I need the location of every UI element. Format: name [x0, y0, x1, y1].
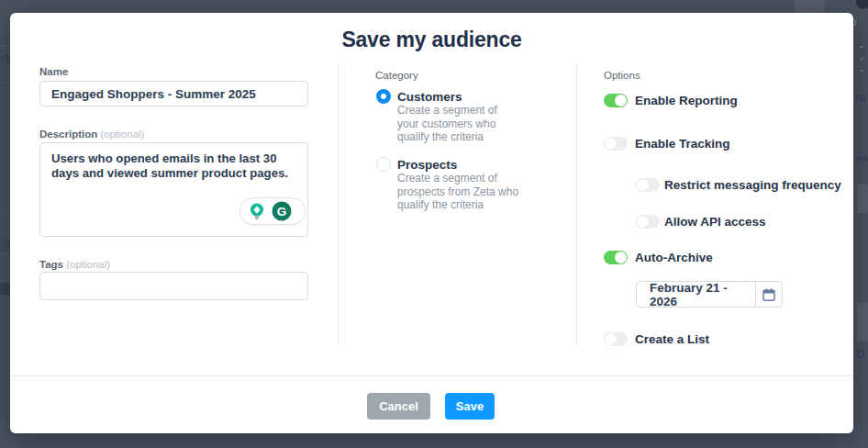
toggle-enable-tracking[interactable]: [604, 137, 628, 151]
bg-toolbar-block: [795, 0, 825, 13]
bg-row-band: [0, 283, 10, 295]
radio-prospects-description: Create a segment of prospects from Zeta …: [397, 172, 521, 212]
radio-customers[interactable]: [376, 89, 391, 104]
tags-optional-hint: (optional): [66, 259, 110, 270]
save-button[interactable]: Save: [445, 393, 495, 420]
screen: equ pro - - - ors nic - D Save my audien…: [0, 0, 868, 448]
lightbulb-icon[interactable]: [247, 201, 267, 221]
toggle-enable-reporting-label: Enable Reporting: [635, 94, 738, 107]
toggle-allow-api[interactable]: [636, 215, 660, 229]
toggle-create-list-label: Create a List: [635, 332, 709, 346]
bg-avatar: [856, 0, 868, 9]
svg-text:G: G: [277, 205, 287, 218]
bg-divider: [0, 45, 10, 46]
radio-prospects-label[interactable]: Prospects: [397, 158, 457, 172]
bg-text-fragment: nic: [856, 151, 868, 165]
footer-divider: [10, 375, 853, 376]
toggle-auto-archive[interactable]: [604, 251, 628, 264]
modal-title: Save my audience: [10, 28, 853, 52]
description-value: Users who opened emails in the last 30 d…: [51, 151, 298, 180]
column-divider: [576, 64, 577, 345]
bg-text-fragment: -: [860, 52, 863, 65]
auto-archive-date-value: February 21 - 2026: [637, 281, 755, 308]
bg-text-fragment: ors: [855, 90, 868, 104]
grammarly-widget[interactable]: G: [239, 197, 306, 225]
cancel-button[interactable]: Cancel: [367, 393, 430, 420]
auto-archive-date-field[interactable]: February 21 - 2026: [636, 281, 783, 308]
grammarly-icon[interactable]: G: [270, 199, 294, 223]
bg-row-band: [0, 239, 10, 252]
toggle-enable-reporting[interactable]: [604, 94, 628, 107]
calendar-button[interactable]: [756, 287, 782, 302]
tags-label: Tags (optional): [39, 259, 110, 270]
toggle-allow-api-label: Allow API access: [664, 215, 766, 229]
description-textarea[interactable]: Users who opened emails in the last 30 d…: [39, 142, 308, 237]
bg-divider: [0, 214, 10, 215]
toggle-auto-archive-label: Auto-Archive: [635, 251, 713, 264]
name-label: Name: [39, 66, 68, 77]
bg-scrollbar: [857, 303, 868, 342]
category-heading: Category: [375, 70, 418, 81]
radio-prospects[interactable]: [376, 157, 391, 172]
calendar-icon: [762, 287, 776, 302]
description-label: Description (optional): [39, 129, 144, 140]
column-divider: [338, 64, 339, 345]
radio-customers-label[interactable]: Customers: [397, 90, 462, 104]
bg-card: [857, 184, 868, 213]
toggle-enable-tracking-label: Enable Tracking: [635, 137, 730, 151]
options-heading: Options: [604, 70, 640, 81]
bg-text-fragment: -: [860, 40, 863, 53]
bg-divider: [0, 85, 10, 86]
radio-customers-description: Create a segment of your customers who q…: [397, 104, 521, 144]
description-optional-hint: (optional): [100, 129, 144, 140]
bg-text-fragment: -: [860, 64, 863, 77]
toggle-create-list[interactable]: [604, 332, 628, 346]
toggle-restrict-messaging-label: Restrict messaging frequency: [664, 178, 841, 192]
save-audience-modal: Save my audience Name Description (optio…: [10, 13, 853, 433]
toggle-restrict-messaging[interactable]: [636, 178, 660, 192]
name-input[interactable]: [39, 81, 308, 106]
tags-input[interactable]: [39, 272, 308, 300]
